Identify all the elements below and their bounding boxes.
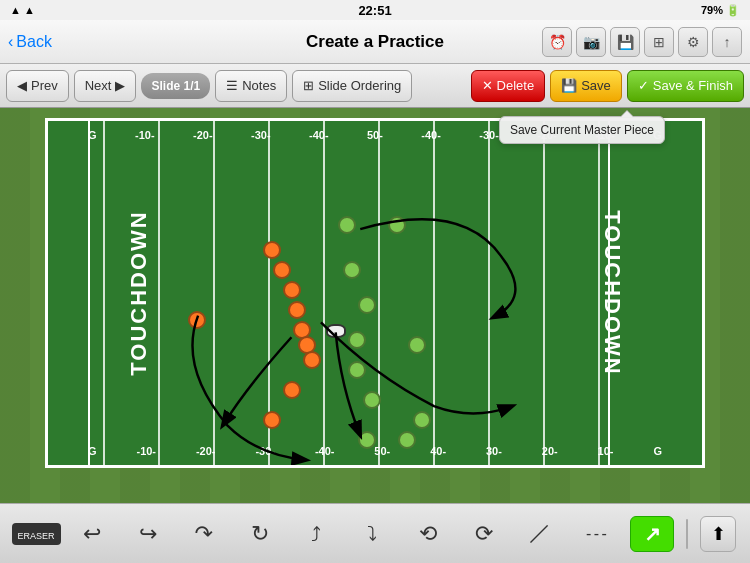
curve-icon-6: ⤵ (367, 524, 377, 544)
nav-right-icons: ⏰ 📷 💾 ⊞ ⚙ ↑ (542, 27, 742, 57)
eraser-tool[interactable]: ERASER (14, 510, 58, 558)
grid-icon-btn[interactable]: ⊞ (644, 27, 674, 57)
dashed-line-tool[interactable]: - - - (574, 510, 618, 558)
tooltip-text: Save Current Master Piece (510, 123, 654, 137)
yard-line-50 (323, 121, 325, 465)
battery-indicator: 79% 🔋 (701, 4, 740, 17)
prev-button[interactable]: ◀ Prev (6, 70, 69, 102)
back-chevron-icon: ‹ (8, 33, 13, 51)
curve-tool-2[interactable]: ↪ (126, 510, 170, 558)
player-green-7 (348, 361, 366, 379)
slide-ordering-button[interactable]: ⊞ Slide Ordering (292, 70, 412, 102)
player-green-1 (338, 216, 356, 234)
curve-tool-6[interactable]: ⤵ (350, 510, 394, 558)
player-green-6 (408, 336, 426, 354)
line-icon: │ (529, 522, 552, 545)
wifi-icon: ▲ ▲ (10, 4, 35, 16)
player-green-10 (398, 431, 416, 449)
yard-line-10b (543, 121, 545, 465)
yard-line-20b (488, 121, 490, 465)
curve-tool-4[interactable]: ↻ (238, 510, 282, 558)
share-icon-btn[interactable]: ↑ (712, 27, 742, 57)
yard-line-20 (158, 121, 160, 465)
save-icon-btn[interactable]: 💾 (610, 27, 640, 57)
curve-icon-8: ⟳ (475, 523, 493, 545)
back-button[interactable]: ‹ Back (8, 33, 52, 51)
prev-icon: ◀ (17, 78, 27, 93)
curve-icon-3: ↶ (195, 523, 213, 545)
save-tooltip: Save Current Master Piece (499, 116, 665, 144)
time-display: 22:51 (358, 3, 391, 18)
player-green-11 (413, 411, 431, 429)
player-green-8 (363, 391, 381, 409)
end-zone-right (608, 121, 610, 465)
curve-tool-8[interactable]: ⟳ (462, 510, 506, 558)
curve-tool-3[interactable]: ↶ (182, 510, 226, 558)
save-button[interactable]: 💾 Save (550, 70, 622, 102)
delete-label: Delete (497, 78, 535, 93)
yard-line-goal (598, 121, 600, 465)
field-bottom-labels: G-10--20--30--40-50-40-30-20-10-G (88, 445, 662, 457)
settings-icon-btn[interactable]: ⚙ (678, 27, 708, 57)
player-green-2 (388, 216, 406, 234)
eraser-icon: ERASER (12, 523, 61, 545)
ordering-label: Slide Ordering (318, 78, 401, 93)
notes-label: Notes (242, 78, 276, 93)
player-green-9 (358, 431, 376, 449)
curve-tool-7[interactable]: ⟲ (406, 510, 450, 558)
save-finish-button[interactable]: ✓ Save & Finish (627, 70, 744, 102)
player-orange-8 (283, 381, 301, 399)
player-orange-1 (263, 241, 281, 259)
delete-button[interactable]: ✕ Delete (471, 70, 546, 102)
yard-line-30b (433, 121, 435, 465)
curve-icon-1: ↩ (83, 523, 101, 545)
toolbar-separator (686, 519, 688, 549)
slide-counter: Slide 1/1 (141, 73, 210, 99)
touchdown-right: TOUCHDOWN (598, 210, 624, 375)
player-orange-10 (188, 311, 206, 329)
page-title: Create a Practice (306, 32, 444, 52)
curve-tool-5[interactable]: ⤴ (294, 510, 338, 558)
player-green-4 (358, 296, 376, 314)
end-zone-left (88, 121, 90, 465)
curve-icon-2: ↪ (139, 523, 157, 545)
curve-icon-4: ↻ (251, 523, 269, 545)
curve-tool-1[interactable]: ↩ (70, 510, 114, 558)
yard-line-40b (378, 121, 380, 465)
notes-button[interactable]: ☰ Notes (215, 70, 287, 102)
drawing-toolbar: ERASER ↩ ↪ ↶ ↻ ⤴ ⤵ ⟲ ⟳ │ - - - ↗ ⬆ (0, 503, 750, 563)
football-field[interactable]: G-10--20--30--40-50--40--30--20--10-G G-… (45, 118, 705, 468)
player-green-5 (348, 331, 366, 349)
checkmark-icon: ✓ (638, 78, 649, 93)
toolbar: ◀ Prev Next ▶ Slide 1/1 ☰ Notes ⊞ Slide … (0, 64, 750, 108)
arrow-tool-active[interactable]: ↗ (630, 516, 674, 552)
ordering-icon: ⊞ (303, 78, 314, 93)
player-green-3 (343, 261, 361, 279)
save-finish-label: Save & Finish (653, 78, 733, 93)
alarm-icon-btn[interactable]: ⏰ (542, 27, 572, 57)
curve-icon-5: ⤴ (311, 524, 321, 544)
next-button[interactable]: Next ▶ (74, 70, 137, 102)
save-icon: 💾 (561, 78, 577, 93)
next-label: Next (85, 78, 112, 93)
player-orange-3 (283, 281, 301, 299)
football (326, 324, 346, 338)
dashed-icon: - - - (586, 526, 606, 542)
upload-button[interactable]: ⬆ (700, 516, 736, 552)
camera-icon-btn[interactable]: 📷 (576, 27, 606, 57)
curve-icon-7: ⟲ (419, 523, 437, 545)
player-orange-2 (273, 261, 291, 279)
yard-line-10 (103, 121, 105, 465)
touchdown-left: TOUCHDOWN (126, 210, 152, 375)
arrow-icon: ↗ (644, 522, 661, 546)
save-label: Save (581, 78, 611, 93)
prev-label: Prev (31, 78, 58, 93)
nav-bar: ‹ Back Create a Practice ⏰ 📷 💾 ⊞ ⚙ ↑ (0, 20, 750, 64)
delete-icon: ✕ (482, 78, 493, 93)
status-bar: ▲ ▲ 22:51 79% 🔋 (0, 0, 750, 20)
yard-line-30 (213, 121, 215, 465)
field-area: G-10--20--30--40-50--40--30--20--10-G G-… (0, 108, 750, 503)
line-tool[interactable]: │ (518, 510, 562, 558)
player-orange-9 (263, 411, 281, 429)
back-label: Back (16, 33, 52, 51)
